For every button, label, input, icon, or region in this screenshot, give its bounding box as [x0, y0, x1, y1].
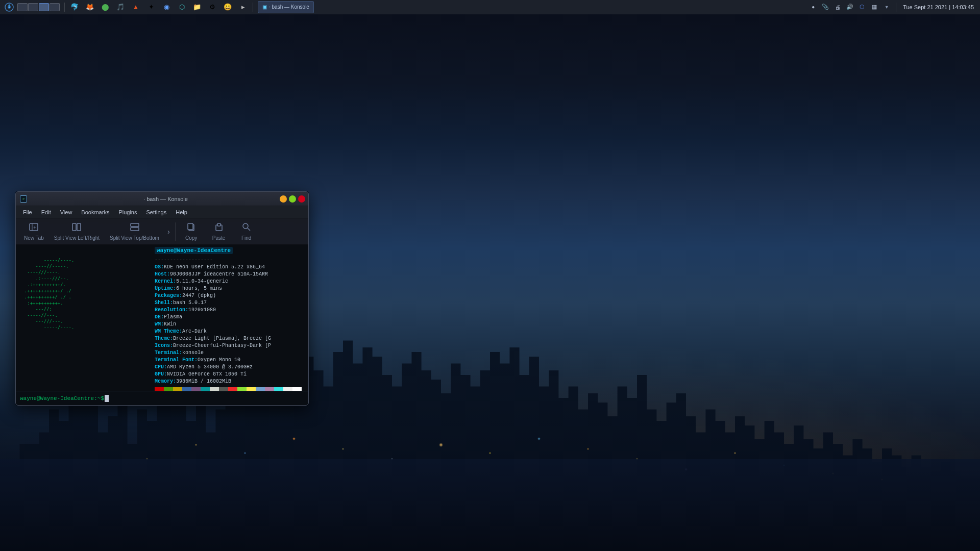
tray-bt-icon[interactable]: ⬡: [857, 3, 867, 12]
emoji-icon[interactable]: 😀: [220, 0, 235, 14]
copy-button[interactable]: Copy: [179, 220, 204, 243]
de-key: DE: [155, 314, 164, 321]
workspace-3[interactable]: [39, 3, 49, 11]
tray-network-icon[interactable]: ●: [808, 3, 818, 12]
info-row-termfont: Terminal Font Oxygen Mono 10: [155, 357, 306, 364]
info-row-wmtheme: WM Theme Arc-Dark: [155, 328, 306, 335]
kernel-key: Kernel: [155, 278, 176, 285]
krita-icon[interactable]: ✦: [144, 0, 158, 14]
taskbar-separator-2: [253, 3, 253, 12]
split-tb-button[interactable]: Split View Top/Bottom: [106, 220, 163, 243]
info-row-uptime: Uptime 6 hours, 5 mins: [155, 285, 306, 292]
menu-edit[interactable]: Edit: [37, 208, 55, 216]
split-lr-button[interactable]: Split View Left/Right: [50, 220, 104, 243]
konsole-taskbar-button[interactable]: ▣ · bash — Konsole: [258, 1, 314, 13]
terminal-cursor: [105, 395, 109, 402]
workspace-2[interactable]: [28, 3, 38, 11]
color-swatch: [173, 387, 182, 391]
wm-value: KWin: [164, 321, 176, 328]
color-swatch: [247, 387, 256, 391]
tray-audio-icon[interactable]: 🔊: [845, 3, 854, 12]
wm-key: WM: [155, 321, 164, 328]
menu-settings[interactable]: Settings: [142, 208, 170, 216]
info-row-de: DE Plasma: [155, 314, 306, 321]
settings-icon[interactable]: ⚙: [205, 0, 219, 14]
filemanager-icon[interactable]: 📁: [190, 0, 204, 14]
info-row-theme: Theme Breeze Light [Plasma], Breeze [G: [155, 335, 306, 342]
svg-point-14: [243, 223, 248, 229]
shell-key: Shell: [155, 299, 173, 307]
svg-rect-11: [188, 223, 193, 230]
memory-key: Memory: [155, 378, 176, 385]
cpu-key: CPU: [155, 364, 167, 371]
taskbar-right: ● 📎 🖨 🔊 ⬡ ▦ ▼ Tue Sept 21 2021 | 14:03:4…: [808, 3, 980, 12]
resolution-value: 980x551: [188, 307, 216, 314]
firefox-icon[interactable]: 🦊: [83, 0, 97, 14]
maximize-button[interactable]: [289, 195, 296, 203]
multimedia-icon[interactable]: 🎵: [113, 0, 128, 14]
taskbar-separator-1: [64, 3, 65, 12]
wmtheme-value: Arc-Dark: [182, 328, 207, 335]
menu-plugins[interactable]: Plugins: [114, 208, 141, 216]
taskbar-clock[interactable]: Tue Sept 21 2021 | 14:03:45: [901, 3, 976, 11]
paste-button[interactable]: Paste: [206, 220, 232, 243]
workspace-4[interactable]: [50, 3, 60, 11]
uptime-value: 6 hours, 5 mins: [176, 285, 222, 292]
konsole-window: · bash — Konsole File Edit View Bookmark…: [15, 191, 309, 406]
terminal-content[interactable]: -----/----. ----//-----. ----///----. .:…: [16, 245, 308, 391]
copy-icon: [187, 222, 196, 234]
termfont-key: Terminal Font: [155, 357, 198, 364]
terminal-bottom-bar[interactable]: wayne@Wayne-IdeaCentre:~$: [16, 391, 308, 405]
split-tb-icon: [130, 222, 140, 234]
color-swatch: [210, 387, 219, 391]
konsole-taskbar-icon: ▣: [262, 4, 267, 10]
toolbar-chevron-icon[interactable]: ›: [165, 226, 172, 238]
info-row-cpu: CPU AMD Ryzen 5 3400G @ 3.700GHz: [155, 364, 306, 371]
titlebar-controls: [280, 195, 305, 203]
kde-menu-icon[interactable]: [2, 0, 16, 14]
color-swatch: [164, 387, 173, 391]
menu-view[interactable]: View: [56, 208, 77, 216]
new-tab-button[interactable]: + New Tab: [20, 220, 48, 243]
info-row-icons: Icons Breeze-Cheerful-Phantasy-Dark [P: [155, 342, 306, 349]
uptime-key: Uptime: [155, 285, 176, 292]
tray-display-icon[interactable]: ▦: [870, 3, 879, 12]
color-swatch: [182, 387, 191, 391]
browser3-icon[interactable]: ⬡: [175, 0, 189, 14]
svg-rect-13: [217, 223, 220, 226]
termfont-value: Oxygen Mono 10: [198, 357, 240, 364]
menu-help[interactable]: Help: [172, 208, 191, 216]
kdenlive-icon[interactable]: ▲: [129, 0, 143, 14]
taskbar-left: 🐬 🦊 ⬤ 🎵 ▲ ✦ ◉ ⬡ 📁 ⚙ 😀 ▸ ▣ · bash — Konso…: [0, 0, 314, 14]
svg-rect-9: [131, 228, 139, 231]
color-palette: [155, 387, 306, 391]
workspace-switcher: [17, 3, 60, 11]
find-button[interactable]: Find: [234, 220, 259, 243]
menu-bookmarks[interactable]: Bookmarks: [77, 208, 113, 216]
kernel-value: 5.11.0-34-generic: [176, 278, 228, 285]
gpu-value: NVIDIA GeForce GTX 1050 Ti: [167, 371, 247, 378]
new-tab-label: New Tab: [24, 235, 44, 241]
tray-clip-icon[interactable]: 📎: [821, 3, 830, 12]
workspace-1[interactable]: [17, 3, 28, 11]
tray-chevron-icon[interactable]: ▼: [882, 3, 891, 12]
minimize-button[interactable]: [280, 195, 287, 203]
terminal-launcher-icon[interactable]: ▸: [236, 0, 250, 14]
info-line-separator: -------------------: [155, 257, 306, 264]
dolphin-icon[interactable]: 🐬: [67, 0, 82, 14]
svg-text:+: +: [34, 225, 36, 230]
close-button[interactable]: [298, 195, 305, 203]
copy-label: Copy: [185, 235, 197, 241]
menu-file[interactable]: File: [19, 208, 36, 216]
color-swatch: [292, 387, 302, 391]
new-tab-icon: +: [29, 222, 39, 234]
chrome-icon[interactable]: ⬤: [98, 0, 112, 14]
os-value: KDE neon User Edition 5.22 x86_64: [164, 264, 265, 271]
browser2-icon[interactable]: ◉: [159, 0, 174, 14]
svg-point-2: [9, 6, 10, 8]
info-row-resolution: Resolution 980x551: [155, 307, 306, 314]
split-lr-label: Split View Left/Right: [54, 235, 100, 241]
split-lr-icon: [71, 222, 82, 234]
tray-print-icon[interactable]: 🖨: [833, 3, 842, 12]
info-row-packages: Packages 2447 (dpkg): [155, 292, 306, 299]
